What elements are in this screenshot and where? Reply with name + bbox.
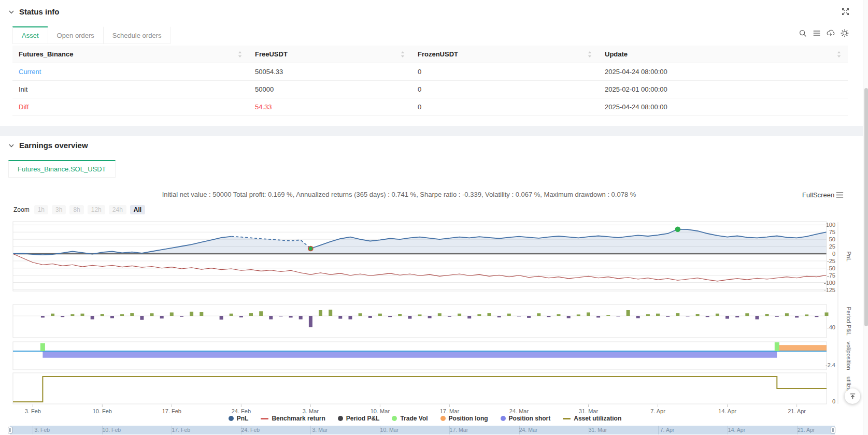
zoom-12h-button[interactable]: 12h — [88, 205, 105, 214]
legend-marker — [338, 416, 343, 421]
zoom-3h-button[interactable]: 3h — [52, 205, 66, 214]
search-icon[interactable] — [798, 28, 807, 38]
tab-schedule-orders[interactable]: Schedule orders — [103, 26, 171, 44]
svg-text:17. Feb: 17. Feb — [162, 408, 181, 414]
zoom-controls: Zoom 1h 3h 8h 12h 24h All — [13, 205, 145, 214]
legend-marker — [440, 416, 446, 421]
legend-label: PnL — [237, 415, 249, 422]
navigator-label: 7. Apr — [660, 427, 674, 433]
status-section-title: Status info — [19, 7, 60, 16]
legend-label: Asset utilization — [574, 415, 621, 422]
svg-text:-125: -125 — [824, 287, 835, 293]
svg-text:0: 0 — [832, 251, 835, 257]
earnings-section-title: Earnings overview — [19, 141, 88, 150]
chevron-down-icon[interactable] — [8, 142, 15, 149]
svg-text:14. Apr: 14. Apr — [718, 408, 736, 414]
svg-text:-25: -25 — [827, 258, 835, 264]
legend-item[interactable]: Asset utilization — [563, 415, 621, 422]
svg-text:3. Feb: 3. Feb — [25, 408, 41, 414]
svg-text:50: 50 — [829, 236, 835, 242]
back-to-top-button[interactable] — [845, 388, 860, 404]
column-header[interactable]: FrozenUSDT — [411, 46, 599, 63]
svg-text:10. Mar: 10. Mar — [371, 408, 390, 414]
sorter-icon[interactable] — [836, 51, 842, 58]
column-header[interactable]: Update — [599, 46, 848, 63]
current-link[interactable]: Current — [19, 68, 41, 76]
navigator-tick — [33, 426, 33, 434]
asset-table: Futures_Binance FreeUSDT FrozenUSDT Upda… — [12, 46, 848, 116]
navigator-label: 17. Feb — [172, 427, 190, 433]
sorter-icon[interactable] — [237, 51, 243, 58]
legend-item[interactable]: Position long — [440, 415, 488, 422]
svg-text:Period P&L: Period P&L — [846, 307, 852, 336]
navigator-label: 17. Mar — [450, 427, 468, 433]
chart-legend: PnLBenchmark returnPeriod P&LTrade VolPo… — [0, 415, 850, 422]
svg-text:3. Mar: 3. Mar — [303, 408, 319, 414]
menu-icon[interactable] — [812, 28, 821, 38]
earnings-chart: 1007550250-25-50-75-100-125PnL-40Period … — [0, 218, 868, 426]
sorter-icon[interactable] — [400, 51, 405, 58]
status-tabs: Asset Open orders Schedule orders — [12, 26, 170, 44]
svg-text:21. Apr: 21. Apr — [788, 408, 806, 414]
svg-text:-50: -50 — [827, 265, 835, 271]
navigator-tick — [658, 426, 659, 434]
navigator-label: 31. Mar — [589, 427, 607, 433]
chart-navigator[interactable]: 3. Feb10. Feb17. Feb24. Feb3. Mar10. Mar… — [10, 426, 835, 434]
section-divider — [0, 126, 868, 136]
fullscreen-button[interactable]: FullScreen — [802, 191, 834, 199]
svg-text:-75: -75 — [827, 272, 835, 279]
svg-text:10. Feb: 10. Feb — [93, 408, 112, 414]
navigator-tick — [310, 426, 311, 434]
table-header-row: Futures_Binance FreeUSDT FrozenUSDT Upda… — [12, 46, 848, 63]
svg-text:7. Apr: 7. Apr — [650, 408, 665, 414]
column-header[interactable]: FreeUSDT — [249, 46, 411, 63]
settings-icon[interactable] — [840, 28, 849, 38]
legend-item[interactable]: Benchmark return — [261, 415, 325, 422]
svg-text:100: 100 — [826, 222, 835, 228]
navigator-label: 14. Apr — [728, 427, 745, 433]
tab-open-orders[interactable]: Open orders — [48, 26, 104, 44]
table-cell: Init — [12, 81, 249, 98]
earnings-stats: Initial net value : 50000 Total profit: … — [0, 191, 798, 198]
table-row: Current 50054.33 0 2025-04-24 08:00:00 — [12, 63, 848, 81]
chart-menu-icon[interactable] — [835, 191, 844, 199]
earnings-tabs: Futures_Binance.SOL_USDT — [8, 160, 116, 178]
legend-item[interactable]: PnL — [229, 415, 249, 422]
svg-text:31. Mar: 31. Mar — [579, 408, 599, 414]
legend-item[interactable]: Position short — [501, 415, 551, 422]
scrollbar-thumb[interactable] — [864, 88, 868, 326]
legend-item[interactable]: Trade Vol — [392, 415, 428, 422]
table-row: Diff 54.33 0 2025-04-24 08:00:00 — [12, 98, 848, 116]
table-cell: 2025-04-24 08:00:00 — [599, 63, 848, 80]
legend-marker — [229, 416, 234, 421]
table-cell: 54.33 — [249, 98, 411, 115]
navigator-left-handle[interactable] — [8, 427, 12, 433]
column-header[interactable]: Futures_Binance — [12, 46, 249, 63]
legend-marker — [392, 416, 397, 421]
tab-futures-binance-sol-usdt[interactable]: Futures_Binance.SOL_USDT — [8, 160, 116, 178]
svg-text:0: 0 — [832, 398, 835, 404]
navigator-label: 10. Feb — [102, 427, 121, 433]
table-toolbar — [798, 28, 849, 38]
zoom-24h-button[interactable]: 24h — [109, 205, 126, 214]
expand-icon[interactable] — [841, 7, 850, 16]
svg-text:75: 75 — [829, 229, 835, 235]
legend-item[interactable]: Period P&L — [338, 415, 380, 422]
table-cell: 0 — [411, 81, 599, 98]
svg-text:PnL: PnL — [846, 251, 852, 262]
zoom-8h-button[interactable]: 8h — [69, 205, 83, 214]
zoom-all-button[interactable]: All — [130, 205, 145, 214]
zoom-1h-button[interactable]: 1h — [34, 205, 48, 214]
navigator-right-handle[interactable] — [831, 427, 835, 433]
table-cell: 0 — [411, 63, 599, 80]
legend-label: Trade Vol — [400, 415, 428, 422]
to-top-icon — [849, 393, 857, 400]
svg-text:-40: -40 — [827, 324, 835, 330]
sorter-icon[interactable] — [587, 51, 592, 58]
navigator-label: 10. Mar — [380, 427, 399, 433]
cloud-download-icon[interactable] — [826, 28, 835, 38]
table-row: Init 50000 0 2025-02-01 00:00:00 — [12, 81, 848, 98]
tab-asset[interactable]: Asset — [12, 26, 48, 44]
svg-text:-2.4: -2.4 — [826, 362, 835, 368]
chevron-down-icon[interactable] — [8, 9, 15, 15]
